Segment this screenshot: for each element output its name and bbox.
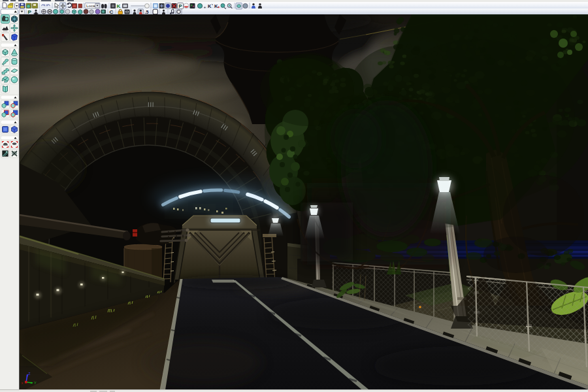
svg-text:.5: .5 (145, 10, 149, 14)
svg-text:Y: Y (34, 381, 37, 385)
svg-text:Local: Local (86, 3, 96, 8)
svg-text:P: P (179, 3, 182, 9)
svg-text:K: K (214, 3, 218, 9)
svg-text:P: P (28, 9, 32, 14)
svg-text:K: K (208, 3, 212, 9)
svg-text:K: K (117, 3, 121, 9)
svg-text:C: C (110, 9, 114, 14)
